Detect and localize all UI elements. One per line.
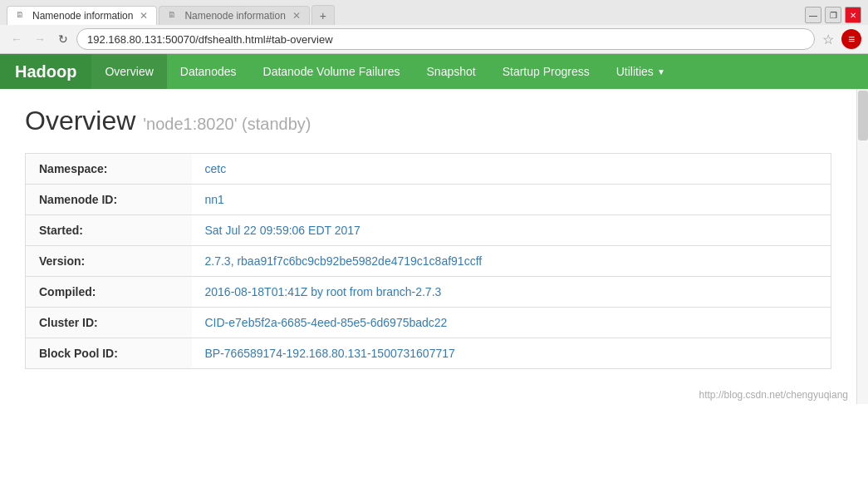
navbar: Hadoop Overview Datanodes Datanode Volum… (0, 54, 868, 89)
forward-button[interactable]: → (30, 29, 50, 49)
back-button[interactable]: ← (7, 29, 27, 49)
nav-utilities[interactable]: Utilities ▼ (603, 54, 679, 89)
row-label: Namespace: (26, 154, 192, 185)
table-row: Compiled: 2016-08-18T01:41Z by root from… (26, 277, 831, 308)
title-bar: 🗎 Namenode information ✕ 🗎 Namenode info… (0, 0, 868, 25)
row-value: cetc (192, 154, 831, 185)
bookmark-icon[interactable]: ☆ (818, 29, 838, 49)
row-label: Compiled: (26, 277, 192, 308)
page-content: Overview 'node1:8020' (standby) Namespac… (0, 89, 856, 404)
window-controls: — ❐ ✕ (805, 7, 861, 23)
tab-active[interactable]: 🗎 Namenode information ✕ (7, 6, 157, 25)
close-button[interactable]: ✕ (845, 7, 861, 23)
row-label: Started: (26, 215, 192, 246)
chrome-menu-button[interactable]: ≡ (841, 29, 861, 49)
nav-snapshot[interactable]: Snapshot (414, 54, 489, 89)
page-title: Overview 'node1:8020' (standby) (25, 106, 831, 136)
table-row: Block Pool ID: BP-766589174-192.168.80.1… (26, 338, 831, 369)
scrollbar[interactable] (856, 89, 868, 404)
tab-label-1: Namenode information (32, 10, 133, 22)
restore-button[interactable]: ❐ (825, 7, 841, 23)
table-row: Version: 2.7.3, rbaa91f7c6bc9cb92be5982d… (26, 246, 831, 277)
nav-datanode-volume-failures[interactable]: Datanode Volume Failures (250, 54, 414, 89)
scrollbar-thumb[interactable] (858, 91, 868, 140)
browser-chrome: 🗎 Namenode information ✕ 🗎 Namenode info… (0, 0, 868, 54)
row-value: BP-766589174-192.168.80.131-150073160771… (192, 338, 831, 369)
row-label: Namenode ID: (26, 185, 192, 215)
tab-close-2[interactable]: ✕ (292, 10, 301, 22)
table-row: Namespace: cetc (26, 154, 831, 185)
nav-startup-progress[interactable]: Startup Progress (489, 54, 603, 89)
page-subtitle: 'node1:8020' (standby) (143, 115, 311, 133)
navbar-brand: Hadoop (0, 54, 91, 89)
minimize-button[interactable]: — (805, 7, 821, 23)
tab-icon-1: 🗎 (16, 10, 27, 22)
watermark: http://blog.csdn.net/chengyuqiang (0, 386, 856, 404)
row-label: Version: (26, 246, 192, 277)
nav-datanodes[interactable]: Datanodes (167, 54, 250, 89)
table-row: Started: Sat Jul 22 09:59:06 EDT 2017 (26, 215, 831, 246)
address-input[interactable] (76, 28, 815, 50)
tab-label-2: Namenode information (184, 10, 285, 22)
row-value: 2.7.3, rbaa91f7c6bc9cb92be5982de4719c1c8… (192, 246, 831, 277)
tab-icon-2: 🗎 (168, 10, 179, 22)
page-wrap: Overview 'node1:8020' (standby) Namespac… (0, 89, 868, 404)
nav-overview[interactable]: Overview (91, 54, 166, 89)
new-tab-button[interactable]: + (311, 5, 335, 25)
reload-button[interactable]: ↻ (53, 29, 73, 49)
tab-inactive[interactable]: 🗎 Namenode information ✕ (159, 6, 309, 25)
content-area: Overview 'node1:8020' (standby) Namespac… (0, 89, 856, 386)
address-bar-row: ← → ↻ ☆ ≡ (0, 25, 868, 53)
row-value: CID-e7eb5f2a-6685-4eed-85e5-6d6975badc22 (192, 308, 831, 338)
row-label: Cluster ID: (26, 308, 192, 338)
info-table: Namespace: cetc Namenode ID: nn1 Started… (25, 153, 831, 369)
tab-close-1[interactable]: ✕ (140, 10, 148, 22)
table-row: Namenode ID: nn1 (26, 185, 831, 215)
utilities-dropdown-arrow: ▼ (657, 67, 665, 76)
row-value: Sat Jul 22 09:59:06 EDT 2017 (192, 215, 831, 246)
row-value: 2016-08-18T01:41Z by root from branch-2.… (192, 277, 831, 308)
row-value: nn1 (192, 185, 831, 215)
table-row: Cluster ID: CID-e7eb5f2a-6685-4eed-85e5-… (26, 308, 831, 338)
row-label: Block Pool ID: (26, 338, 192, 369)
